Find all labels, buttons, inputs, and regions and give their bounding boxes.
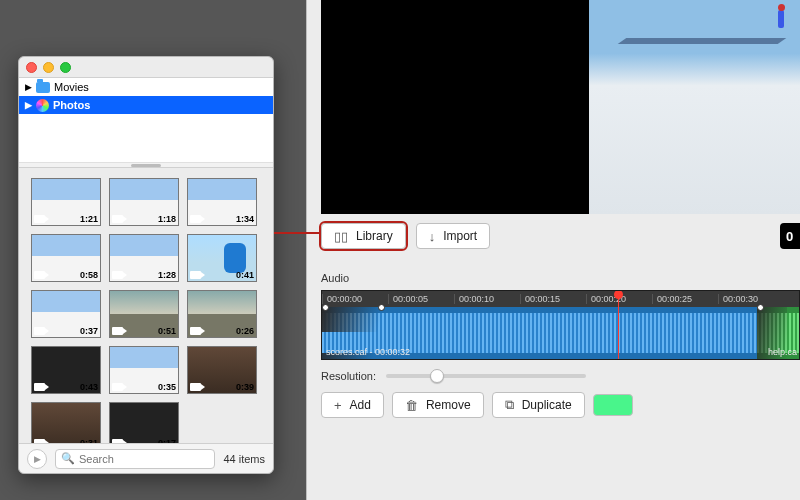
color-swatch[interactable] <box>593 394 633 416</box>
video-icon <box>34 439 45 443</box>
library-button[interactable]: ▯▯ Library <box>321 223 406 249</box>
clip-duration: 0:51 <box>158 326 176 336</box>
trash-icon: 🗑 <box>405 398 418 413</box>
video-icon <box>190 215 201 223</box>
preview-video-frame <box>589 0 800 214</box>
photos-app-icon <box>36 99 49 112</box>
time-marker: 00:00:10 <box>454 294 520 304</box>
window-minimize-icon[interactable] <box>43 62 54 73</box>
video-icon <box>112 271 123 279</box>
preview-subject <box>772 4 792 48</box>
playhead[interactable] <box>618 291 619 359</box>
audio-timeline[interactable]: 00:00:0000:00:0500:00:1000:00:1500:00:20… <box>321 290 800 360</box>
video-icon <box>190 383 201 391</box>
video-icon <box>190 271 201 279</box>
keyframe-handle[interactable] <box>757 304 764 311</box>
import-button[interactable]: ↓ Import <box>416 223 491 249</box>
clip-duration: 0:37 <box>80 326 98 336</box>
keyframe-handle[interactable] <box>322 304 329 311</box>
audio-section-label: Audio <box>321 272 800 284</box>
clip-duration: 0:39 <box>236 382 254 392</box>
clip-thumbnail[interactable]: 1:34 <box>187 178 257 226</box>
audio-section: Audio 00:00:0000:00:0500:00:1000:00:1500… <box>321 272 800 418</box>
clip-duration: 0:17 <box>158 438 176 443</box>
tree-item-label: Photos <box>53 99 90 111</box>
callout-line <box>274 232 321 234</box>
clip-duration: 0:31 <box>80 438 98 443</box>
video-icon <box>112 327 123 335</box>
window-close-icon[interactable] <box>26 62 37 73</box>
clip-thumbnail[interactable]: 0:17 <box>109 402 179 443</box>
time-marker: 00:00:00 <box>322 294 388 304</box>
clip-duration: 0:35 <box>158 382 176 392</box>
button-label: Duplicate <box>522 398 572 412</box>
item-count-label: 44 items <box>223 453 265 465</box>
resolution-slider[interactable] <box>386 374 586 378</box>
clip-duration: 1:18 <box>158 214 176 224</box>
disclosure-triangle-icon[interactable]: ▶ <box>25 100 32 110</box>
clip-duration: 0:26 <box>236 326 254 336</box>
button-label: Remove <box>426 398 471 412</box>
remove-button[interactable]: 🗑 Remove <box>392 392 484 418</box>
library-panel: ▶ Movies ▶ Photos 1:211:181:340:581:280:… <box>18 56 274 474</box>
clip-thumbnail[interactable]: 0:35 <box>109 346 179 394</box>
video-icon <box>112 215 123 223</box>
library-titlebar[interactable] <box>19 57 273 77</box>
library-source-tree: ▶ Movies ▶ Photos <box>19 77 273 168</box>
clip-thumbnail[interactable]: 0:37 <box>31 290 101 338</box>
plus-icon: + <box>334 398 342 413</box>
resolution-label: Resolution: <box>321 370 376 382</box>
tree-horizontal-scrollbar[interactable] <box>19 162 273 167</box>
book-icon: ▯▯ <box>334 229 348 244</box>
time-ruler[interactable]: 00:00:0000:00:0500:00:1000:00:1500:00:20… <box>322 291 799 307</box>
clip-duration: 0:58 <box>80 270 98 280</box>
search-input[interactable] <box>79 453 209 465</box>
preview-area <box>321 0 800 214</box>
video-icon <box>34 327 45 335</box>
disclosure-triangle-icon[interactable]: ▶ <box>25 82 32 92</box>
library-footer: ▶ 🔍 44 items <box>19 443 273 473</box>
play-button[interactable]: ▶ <box>27 449 47 469</box>
clip-thumbnail[interactable]: 1:21 <box>31 178 101 226</box>
tree-item-label: Movies <box>54 81 89 93</box>
time-marker: 00:00:25 <box>652 294 718 304</box>
track-2-label: help.ca <box>768 347 797 357</box>
clip-thumbnail[interactable]: 0:31 <box>31 402 101 443</box>
video-icon <box>34 271 45 279</box>
video-icon <box>34 383 45 391</box>
clip-thumbnail[interactable]: 1:18 <box>109 178 179 226</box>
clip-duration: 0:41 <box>236 270 254 280</box>
duplicate-button[interactable]: ⧉ Duplicate <box>492 392 585 418</box>
track-1-label: scores.caf - 00:00:32 <box>326 347 410 357</box>
button-label: Add <box>350 398 371 412</box>
video-icon <box>112 439 123 443</box>
clip-thumbnail[interactable]: 0:39 <box>187 346 257 394</box>
editor-toolbar: ▯▯ Library ↓ Import 0 <box>321 220 800 252</box>
resolution-row: Resolution: <box>321 370 800 382</box>
window-zoom-icon[interactable] <box>60 62 71 73</box>
video-icon <box>34 215 45 223</box>
clip-thumbnail[interactable]: 0:58 <box>31 234 101 282</box>
clip-thumbnail[interactable]: 1:28 <box>109 234 179 282</box>
keyframe-handle[interactable] <box>378 304 385 311</box>
clip-thumbnail[interactable]: 0:43 <box>31 346 101 394</box>
time-marker: 00:00:05 <box>388 294 454 304</box>
button-label: Import <box>443 229 477 243</box>
clip-thumbnail[interactable]: 0:41 <box>187 234 257 282</box>
search-field[interactable]: 🔍 <box>55 449 215 469</box>
tree-item-photos[interactable]: ▶ Photos <box>19 96 273 114</box>
tree-spacer <box>19 114 273 162</box>
audio-action-row: + Add 🗑 Remove ⧉ Duplicate <box>321 392 800 418</box>
tree-item-movies[interactable]: ▶ Movies <box>19 78 273 96</box>
clip-duration: 1:34 <box>236 214 254 224</box>
editor-window: ▯▯ Library ↓ Import 0 Audio 00:00:0000:0… <box>306 0 800 500</box>
clip-duration: 1:21 <box>80 214 98 224</box>
clip-thumbnail[interactable]: 0:26 <box>187 290 257 338</box>
video-icon <box>112 383 123 391</box>
add-button[interactable]: + Add <box>321 392 384 418</box>
clip-thumbnail[interactable]: 0:51 <box>109 290 179 338</box>
download-arrow-icon: ↓ <box>429 229 436 244</box>
clip-duration: 0:43 <box>80 382 98 392</box>
slider-knob[interactable] <box>430 369 444 383</box>
button-label: Library <box>356 229 393 243</box>
